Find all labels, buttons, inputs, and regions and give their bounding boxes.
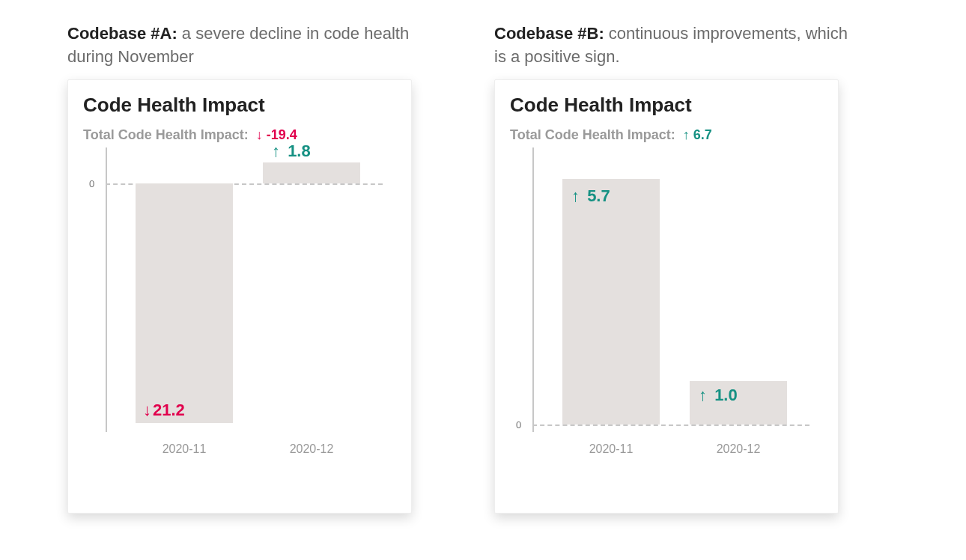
panel-a-caption: Codebase #A: a severe decline in code he… [67, 22, 434, 69]
panel-a-chart: 0 ↓21.2 2020-11 ↑ 1.8 2020-12 [83, 147, 390, 469]
bar-2020-11-value: 5.7 [587, 186, 610, 206]
panel-a-total: Total Code Health Impact: ↓ -19.4 [83, 127, 396, 143]
y-axis [532, 147, 534, 432]
zero-line [532, 424, 809, 426]
panel-a-total-label: Total Code Health Impact: [83, 127, 249, 143]
bar-2020-12-label: ↑ 1.8 [272, 141, 311, 161]
panel-b-caption: Codebase #B: continuous improvements, wh… [494, 22, 861, 69]
bar-2020-11 [562, 179, 660, 424]
arrow-up-icon: ↑ [683, 127, 690, 143]
panel-a-total-value: ↓ -19.4 [256, 127, 297, 143]
y-axis [106, 147, 107, 432]
arrow-down-icon: ↓ [256, 127, 263, 143]
bar-2020-12-value: 1.8 [288, 141, 311, 161]
zero-tick-label: 0 [516, 419, 521, 430]
charts-row: Codebase #A: a severe decline in code he… [67, 22, 899, 514]
bar-2020-12-value: 1.0 [714, 386, 738, 405]
panel-b: Codebase #B: continuous improvements, wh… [494, 22, 861, 514]
bar-2020-11-value: 21.2 [153, 401, 185, 420]
arrow-up-icon: ↑ [571, 186, 580, 206]
panel-b-total-value: ↑ 6.7 [683, 127, 712, 143]
arrow-up-icon: ↑ [272, 141, 280, 161]
arrow-up-icon: ↑ [699, 386, 707, 405]
bar-2020-11-label: ↓21.2 [143, 401, 185, 420]
panel-b-total: Total Code Health Impact: ↑ 6.7 [510, 127, 823, 143]
zero-tick-label: 0 [89, 177, 94, 189]
arrow-down-icon: ↓ [143, 401, 151, 420]
panel-b-title: Code Health Impact [510, 94, 823, 117]
panel-b-card: Code Health Impact Total Code Health Imp… [494, 79, 839, 514]
x-tick-2020-12: 2020-12 [690, 442, 787, 456]
panel-a-card: Code Health Impact Total Code Health Imp… [67, 79, 412, 514]
panel-a: Codebase #A: a severe decline in code he… [67, 22, 434, 514]
panel-b-caption-label: Codebase #B: [494, 24, 604, 43]
x-tick-2020-11: 2020-11 [562, 442, 660, 456]
panel-b-total-number: 6.7 [693, 127, 712, 142]
panel-a-total-number: -19.4 [267, 127, 297, 142]
panel-a-title: Code Health Impact [83, 94, 396, 117]
panel-b-total-label: Total Code Health Impact: [510, 127, 675, 143]
panel-a-caption-label: Codebase #A: [67, 24, 177, 43]
bar-2020-12-label: ↑ 1.0 [699, 386, 738, 405]
panel-b-chart: 0 ↑ 5.7 2020-11 ↑ 1.0 2020-12 [510, 147, 817, 469]
bar-2020-11-label: ↑ 5.7 [571, 186, 610, 206]
bar-2020-11 [136, 183, 233, 423]
x-tick-2020-11: 2020-11 [136, 442, 233, 456]
bar-2020-12 [263, 162, 360, 183]
x-tick-2020-12: 2020-12 [263, 442, 360, 456]
